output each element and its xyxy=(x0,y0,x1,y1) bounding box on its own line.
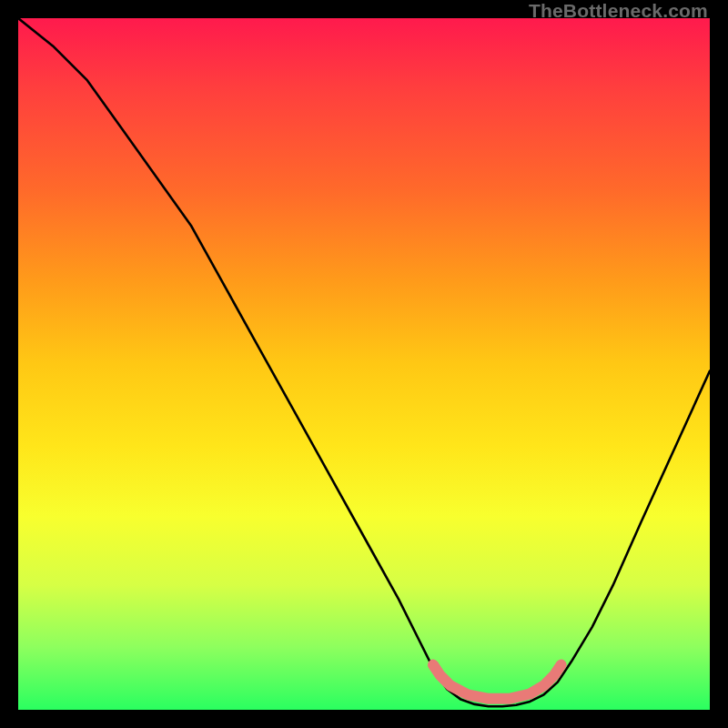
chart-plot-area xyxy=(18,18,710,710)
chart-frame: TheBottleneck.com xyxy=(0,0,728,728)
chart-svg xyxy=(18,18,710,710)
chart-line xyxy=(18,18,710,706)
watermark-text: TheBottleneck.com xyxy=(529,0,708,22)
